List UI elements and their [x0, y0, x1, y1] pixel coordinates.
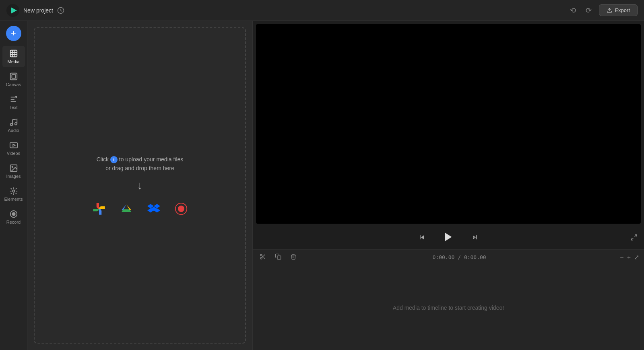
- undo-button[interactable]: ⟲: [568, 4, 578, 16]
- add-button[interactable]: +: [6, 26, 21, 41]
- video-preview: [256, 24, 641, 224]
- app-logo-icon: [6, 4, 19, 17]
- upload-zone[interactable]: Click i to upload your media files or dr…: [34, 27, 246, 344]
- export-button[interactable]: Export: [599, 4, 638, 16]
- redo-button[interactable]: ⟳: [583, 4, 594, 16]
- google-drive-button[interactable]: [119, 202, 134, 216]
- sidebar-item-elements-label: Elements: [4, 197, 23, 202]
- topbar: New project ⟲ ⟳ Export: [0, 0, 644, 21]
- timeline-zoom-controls: − + ⤢: [620, 253, 639, 261]
- playback-controls: [253, 227, 644, 249]
- svg-point-10: [10, 124, 12, 126]
- fullscreen-button[interactable]: [630, 234, 638, 243]
- videos-icon: [9, 141, 18, 150]
- text-icon: [9, 95, 18, 104]
- sidebar-item-canvas[interactable]: Canvas: [2, 69, 25, 90]
- media-icon: [9, 49, 18, 58]
- skip-forward-button[interactable]: [468, 232, 482, 245]
- svg-point-25: [260, 257, 262, 259]
- sidebar-item-audio-label: Audio: [8, 128, 19, 133]
- svg-point-24: [260, 254, 262, 256]
- sidebar-item-media-label: Media: [8, 59, 20, 64]
- timeline-toolbar: 0:00.00 / 0:00.00 − + ⤢: [253, 250, 644, 265]
- svg-point-16: [12, 190, 15, 192]
- svg-point-18: [12, 212, 15, 215]
- delete-icon: [290, 253, 297, 260]
- fullscreen-icon: [630, 234, 638, 241]
- svg-line-28: [262, 255, 263, 257]
- sidebar: + Media Canvas Text: [0, 21, 27, 350]
- svg-line-23: [631, 238, 633, 240]
- sidebar-item-videos-label: Videos: [7, 151, 20, 156]
- main-layout: + Media Canvas Text: [0, 21, 644, 350]
- record-icon: [9, 210, 18, 218]
- sidebar-item-media[interactable]: Media: [2, 46, 25, 67]
- svg-line-27: [264, 257, 265, 259]
- skip-forward-icon: [471, 233, 479, 241]
- sidebar-item-text[interactable]: Text: [2, 92, 25, 113]
- svg-marker-21: [445, 233, 452, 241]
- svg-point-15: [12, 166, 13, 167]
- timeline-area: 0:00.00 / 0:00.00 − + ⤢ Add media to tim…: [253, 249, 644, 350]
- svg-point-20: [178, 206, 184, 212]
- svg-line-22: [635, 235, 637, 237]
- timeline-empty-message: Add media to timeline to start creating …: [393, 305, 504, 311]
- timeline-separator: /: [458, 254, 464, 260]
- google-photos-button[interactable]: [92, 202, 106, 216]
- skip-back-icon: [418, 233, 426, 241]
- content-area: Click i to upload your media files or dr…: [27, 21, 644, 350]
- timeline-time-display: 0:00.00 / 0:00.00: [303, 254, 615, 260]
- play-icon: [443, 231, 454, 243]
- right-panel: 0:00.00 / 0:00.00 − + ⤢ Add media to tim…: [253, 21, 644, 350]
- timeline-total-time: 0:00.00: [464, 254, 486, 260]
- info-icon: i: [110, 156, 118, 163]
- save-icon[interactable]: [57, 7, 64, 14]
- zoom-out-button[interactable]: −: [620, 254, 623, 261]
- record-source-button[interactable]: [174, 202, 188, 216]
- svg-rect-29: [277, 256, 281, 259]
- source-icons: [92, 202, 188, 216]
- cut-button[interactable]: [258, 252, 268, 263]
- cut-icon: [260, 253, 266, 260]
- sidebar-item-images[interactable]: Images: [2, 161, 25, 182]
- sidebar-item-canvas-label: Canvas: [6, 82, 21, 87]
- topbar-left: New project: [6, 4, 64, 17]
- images-icon: [9, 164, 18, 173]
- canvas-icon: [9, 72, 18, 81]
- zoom-in-button[interactable]: +: [627, 254, 631, 261]
- sidebar-item-record-label: Record: [6, 220, 21, 224]
- timeline-current-time: 0:00.00: [433, 254, 455, 260]
- sidebar-item-elements[interactable]: Elements: [2, 183, 25, 205]
- dropbox-button[interactable]: [147, 202, 161, 216]
- sidebar-item-audio[interactable]: Audio: [2, 115, 25, 136]
- audio-icon: [9, 118, 18, 127]
- sidebar-item-text-label: Text: [9, 105, 17, 110]
- svg-rect-12: [10, 143, 17, 148]
- add-icon: +: [11, 28, 16, 39]
- preview-area: [253, 21, 644, 249]
- svg-rect-6: [12, 74, 15, 78]
- topbar-right: ⟲ ⟳ Export: [568, 4, 638, 16]
- timeline-body: Add media to timeline to start creating …: [253, 265, 644, 350]
- copy-icon: [275, 253, 281, 260]
- sidebar-item-record[interactable]: Record: [2, 206, 25, 228]
- media-panel: Click i to upload your media files or dr…: [27, 21, 253, 350]
- upload-instructions: Click i to upload your media files or dr…: [97, 155, 184, 173]
- project-name: New project: [23, 7, 53, 14]
- sidebar-item-videos[interactable]: Videos: [2, 138, 25, 159]
- zoom-fit-button[interactable]: ⤢: [634, 253, 639, 261]
- svg-point-11: [14, 123, 17, 125]
- copy-button[interactable]: [273, 252, 283, 263]
- play-button[interactable]: [439, 230, 458, 247]
- export-label: Export: [615, 7, 630, 13]
- svg-rect-4: [10, 50, 17, 57]
- svg-marker-13: [13, 144, 15, 146]
- download-arrow-icon: ↓: [137, 179, 143, 192]
- svg-rect-5: [10, 73, 17, 80]
- skip-back-button[interactable]: [415, 232, 429, 245]
- sidebar-item-images-label: Images: [6, 174, 21, 179]
- export-icon: [607, 8, 612, 13]
- elements-icon: [9, 187, 18, 196]
- delete-button[interactable]: [288, 252, 299, 263]
